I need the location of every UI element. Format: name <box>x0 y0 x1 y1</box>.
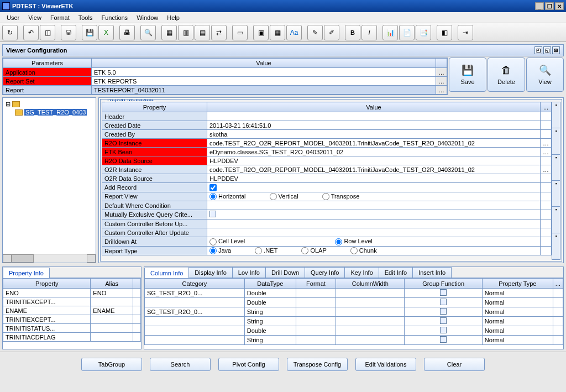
tree-node[interactable]: SG_TEST_R2O_0403 <box>5 108 93 116</box>
meta-header-value[interactable] <box>207 112 541 121</box>
find-icon[interactable]: 🔍 <box>140 25 156 40</box>
meta-defaultwhere-value[interactable] <box>207 201 541 210</box>
drilldown-row-radio[interactable] <box>335 238 342 245</box>
save-button[interactable]: 💾Save <box>449 58 486 92</box>
meta-custafter-value[interactable] <box>207 228 541 237</box>
clear-button[interactable]: Clear <box>424 358 485 371</box>
meta-r2odatasource-value[interactable]: HLPDDEV <box>207 156 541 165</box>
grid4-icon[interactable]: ⇄ <box>211 25 227 40</box>
drilldown-cell-radio[interactable] <box>209 238 217 245</box>
doc1-icon[interactable]: 📄 <box>399 25 415 40</box>
tab-query-info[interactable]: Query Info <box>305 267 345 278</box>
pivotconfig-button[interactable]: Pivot Config <box>218 358 279 371</box>
tab-display-info[interactable]: Display Info <box>188 267 232 278</box>
groupfunc-checkbox[interactable] <box>440 308 447 315</box>
meta-addrecord-value[interactable] <box>207 183 541 192</box>
tab-drill-down[interactable]: Drill Down <box>265 267 305 278</box>
close-button[interactable]: ✕ <box>555 2 564 10</box>
editvalidations-button[interactable]: Edit Validations <box>355 358 416 371</box>
panel-close-icon[interactable]: ⊠ <box>552 46 560 54</box>
meta-custbefore-value[interactable] <box>207 219 541 228</box>
font-icon[interactable]: Aa <box>286 25 302 40</box>
doc2-icon[interactable]: 📑 <box>416 25 431 40</box>
tabgroup-button[interactable]: TabGroup <box>81 358 142 371</box>
meta-o2rinstance-value[interactable]: code.TEST_R2O_O2R_REPORT_MODEL_04032011.… <box>207 165 541 174</box>
print-icon[interactable]: 🖶 <box>119 25 135 40</box>
tab-lov-info[interactable]: Lov Info <box>232 267 266 278</box>
brush-icon[interactable]: ✎ <box>307 25 323 40</box>
transposeconfig-button[interactable]: Transpose Config <box>287 358 348 371</box>
excel-icon[interactable]: X <box>98 25 114 40</box>
save-icon[interactable]: 💾 <box>82 25 97 40</box>
palette1-icon[interactable]: ▣ <box>253 25 269 40</box>
delete-button[interactable]: 🗑Delete <box>488 58 525 92</box>
panel-min-icon[interactable]: ◰ <box>534 46 542 54</box>
reportview-transpose-radio[interactable] <box>322 193 329 200</box>
propgrid-cell[interactable]: TRINITIEXCEPT... <box>3 297 91 306</box>
panel-max-icon[interactable]: ◱ <box>543 46 551 54</box>
scroll-left-icon[interactable] <box>3 254 12 263</box>
grid2-icon[interactable]: ▥ <box>178 25 193 40</box>
meta-r2oinstance-value[interactable]: code.TEST_R2O_O2R_REPORT_MODEL_04032011.… <box>207 139 541 148</box>
reporttype-net-radio[interactable] <box>255 247 262 254</box>
tab-insert-info[interactable]: Insert Info <box>412 267 452 278</box>
tree-hscroll[interactable] <box>3 254 96 263</box>
meta-createddate-value[interactable]: 2011-03-21 16:41:51.0 <box>207 121 541 130</box>
bold-icon[interactable]: B <box>345 25 360 40</box>
menu-window[interactable]: Window <box>132 13 163 22</box>
meta-etkbean-value[interactable]: eDynamo.classes.SG_TEST_R2O_04032011_02 <box>207 148 541 156</box>
reporttype-chunk-radio[interactable] <box>350 247 358 254</box>
param-application-value[interactable]: ETK 5.0 <box>92 68 436 77</box>
table-icon[interactable]: ▭ <box>232 25 248 40</box>
menu-view[interactable]: View <box>24 13 46 22</box>
menu-user[interactable]: User <box>2 13 24 22</box>
menu-help[interactable]: Help <box>163 13 184 22</box>
param-report-browse[interactable]: … <box>436 86 447 95</box>
param-report-value[interactable]: TESTREPORT_04032011 <box>92 86 436 95</box>
propgrid-cell[interactable]: ENO <box>3 289 91 297</box>
groupfunc-checkbox[interactable] <box>440 317 447 324</box>
addrecord-checkbox[interactable] <box>209 184 217 191</box>
db-icon[interactable]: ⛁ <box>61 25 76 40</box>
menu-format[interactable]: Format <box>46 13 74 22</box>
reportview-horizontal-radio[interactable] <box>209 193 217 200</box>
view-button[interactable]: 🔍View <box>526 58 564 92</box>
propgrid-cell[interactable]: TRINITIEXCEPT... <box>3 315 91 324</box>
reportview-vertical-radio[interactable] <box>270 193 277 200</box>
italic-icon[interactable]: I <box>361 25 377 40</box>
groupfunc-checkbox[interactable] <box>440 327 447 333</box>
palette2-icon[interactable]: ▦ <box>270 25 285 40</box>
reporttype-java-radio[interactable] <box>209 247 217 254</box>
tree-root[interactable]: ⊟ <box>5 100 93 108</box>
tab-key-info[interactable]: Key Info <box>344 267 379 278</box>
undo-icon[interactable]: ↶ <box>23 25 39 40</box>
meta-mutexquery-value[interactable] <box>207 210 541 219</box>
search-button[interactable]: Search <box>150 358 211 371</box>
mutexquery-checkbox[interactable] <box>209 211 216 217</box>
propgrid-cell[interactable]: ENAME <box>3 306 91 315</box>
propgrid-cell[interactable]: TRINITIACDFLAG <box>3 333 91 342</box>
param-application-browse[interactable]: … <box>436 68 447 77</box>
restore-button[interactable]: ❐ <box>545 2 554 10</box>
refresh-icon[interactable]: ↻ <box>2 25 18 40</box>
param-reportset-browse[interactable]: … <box>436 77 447 86</box>
menu-tools[interactable]: Tools <box>74 13 97 22</box>
grid3-icon[interactable]: ▤ <box>195 25 210 40</box>
exit-icon[interactable]: ⇥ <box>458 25 473 40</box>
minimize-button[interactable]: _ <box>535 2 544 10</box>
reporttype-olap-radio[interactable] <box>301 247 308 254</box>
panel-icon[interactable]: ◧ <box>437 25 452 40</box>
grid1-icon[interactable]: ▦ <box>161 25 177 40</box>
eraser-icon[interactable]: ◫ <box>40 25 55 40</box>
groupfunc-checkbox[interactable] <box>440 299 447 305</box>
meta-createdby-value[interactable]: skotha <box>207 130 541 139</box>
meta-o2rdatasource-value[interactable]: HLPDDEV <box>207 174 541 183</box>
tab-property-info[interactable]: Property Info <box>3 268 50 278</box>
scroll-right-icon[interactable] <box>87 254 96 263</box>
clear-format-icon[interactable]: ✐ <box>324 25 339 40</box>
tab-column-info[interactable]: Column Info <box>144 268 189 278</box>
menu-functions[interactable]: Functions <box>97 13 132 22</box>
param-reportset-value[interactable]: ETK REPORTS <box>92 77 436 86</box>
propgrid-cell[interactable]: TRINITISTATUS... <box>3 324 91 333</box>
groupfunc-checkbox[interactable] <box>440 336 447 343</box>
